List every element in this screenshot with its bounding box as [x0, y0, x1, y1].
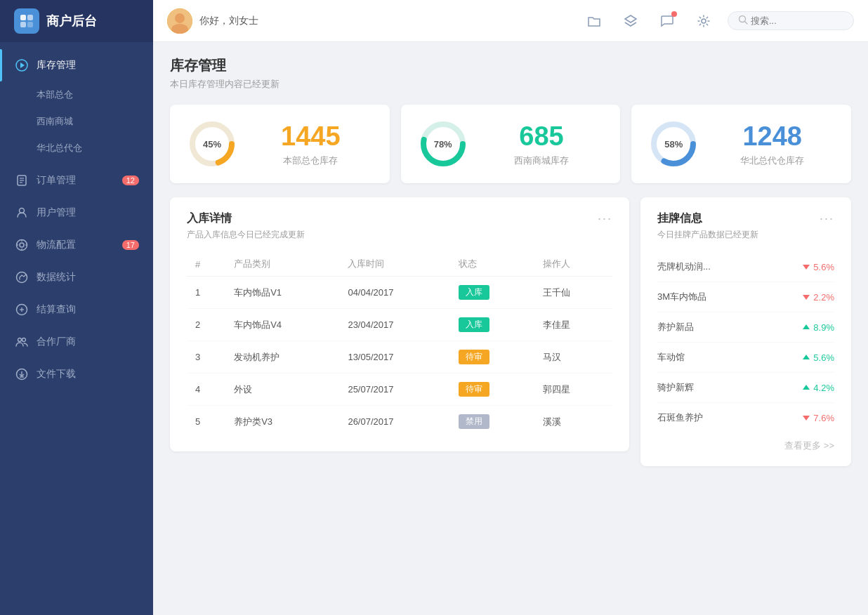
cell-no: 1: [187, 277, 225, 309]
sidebar-item-partners[interactable]: 合作厂商: [0, 326, 153, 358]
search-input[interactable]: [751, 15, 849, 26]
sidebar-item-logistics[interactable]: 物流配置 17: [0, 229, 153, 261]
logistics-badge: 17: [122, 240, 139, 250]
svg-marker-40: [803, 295, 810, 300]
inbound-section: 入库详情 产品入库信息今日已经完成更新 ··· # 产品类别 入库时间 状态: [170, 197, 629, 466]
cell-operator: 王千仙: [534, 277, 612, 309]
svg-marker-43: [803, 385, 810, 390]
signboard-title: 挂牌信息: [657, 211, 758, 226]
table-row: 1 车内饰品V1 04/04/2017 入库 王千仙: [187, 277, 612, 309]
stat-desc-southwest: 西南商城库存: [480, 154, 604, 167]
cell-operator: 溪溪: [534, 406, 612, 438]
cell-time: 26/07/2017: [339, 406, 449, 438]
search-box[interactable]: [728, 11, 854, 30]
board-item-name: 骑护新辉: [657, 381, 802, 394]
sidebar-item-main-warehouse[interactable]: 本部总仓: [0, 81, 153, 108]
table-header-row: # 产品类别 入库时间 状态 操作人: [187, 252, 612, 277]
donut-north-label: 58%: [664, 139, 683, 150]
sidebar-item-statistics[interactable]: 数据统计: [0, 261, 153, 293]
board-item-trend: 5.6%: [802, 262, 834, 272]
svg-point-22: [22, 338, 26, 342]
svg-point-21: [18, 338, 22, 342]
cell-status: 待审: [450, 373, 534, 406]
cell-category: 养护类V3: [225, 406, 339, 438]
list-item: 养护新品 8.9%: [657, 312, 834, 343]
stat-card-main-warehouse: 45% 1445 本部总仓库存: [170, 105, 390, 183]
cell-status: 禁用: [450, 406, 534, 438]
sidebar-item-billing[interactable]: 结算查询: [0, 293, 153, 326]
header-greeting: 你好，刘女士: [167, 8, 581, 34]
list-item: 骑护新辉 4.2%: [657, 373, 834, 403]
svg-point-12: [20, 243, 24, 247]
stat-number-main: 1445: [249, 121, 373, 152]
folder-button[interactable]: [581, 8, 607, 34]
cell-status: 入库: [450, 277, 534, 309]
table-row: 4 外设 25/07/2017 待审 郭四星: [187, 373, 612, 406]
signboard-more-link[interactable]: 查看更多 >>: [657, 439, 834, 452]
logistics-icon: [14, 237, 29, 253]
app-name: 商户后台: [46, 13, 97, 29]
stat-desc-main: 本部总仓库存: [249, 154, 373, 167]
stat-number-southwest: 685: [480, 121, 604, 152]
search-icon: [738, 15, 748, 27]
main-warehouse-label: 本部总仓: [37, 88, 73, 101]
cell-category: 车内饰品V1: [225, 277, 339, 309]
signboard-more-button[interactable]: ···: [820, 211, 834, 226]
inbound-more-button[interactable]: ···: [598, 211, 612, 226]
sidebar-logo: 商户后台: [0, 0, 153, 42]
sidebar-item-inventory[interactable]: 库存管理: [0, 49, 153, 81]
board-item-trend: 8.9%: [802, 322, 834, 333]
sidebar-item-orders[interactable]: 订单管理 12: [0, 164, 153, 197]
board-item-name: 石斑鱼养护: [657, 411, 802, 424]
list-item: 3M车内饰品 2.2%: [657, 282, 834, 312]
signboard-subtitle: 今日挂牌产品数据已经更新: [657, 229, 758, 241]
north-warehouse-label: 华北总代仓: [37, 142, 82, 154]
messages-button[interactable]: [655, 8, 680, 34]
settings-button[interactable]: [691, 8, 716, 34]
cell-operator: 李佳星: [534, 309, 612, 341]
sidebar-item-downloads[interactable]: 文件下载: [0, 358, 153, 390]
avatar: [167, 8, 192, 34]
sidebar: 商户后台 库存管理 本部总仓 西南商城 华北总代仓: [0, 0, 153, 615]
svg-rect-1: [27, 15, 33, 20]
users-icon: [14, 205, 29, 220]
donut-main: 45%: [187, 119, 237, 169]
table-row: 3 发动机养护 13/05/2017 待审 马汉: [187, 341, 612, 373]
sidebar-item-users[interactable]: 用户管理: [0, 197, 153, 229]
stat-desc-north: 华北总代仓库存: [710, 154, 834, 167]
users-label: 用户管理: [37, 206, 76, 219]
inbound-card-titles: 入库详情 产品入库信息今日已经完成更新: [187, 211, 305, 241]
board-item-trend: 2.2%: [802, 292, 834, 303]
stats-row: 45% 1445 本部总仓库存 78% 685 西南: [170, 105, 851, 183]
board-item-name: 壳牌机动润...: [657, 260, 802, 273]
nav-section-inventory: 库存管理 本部总仓 西南商城 华北总代仓: [0, 49, 153, 161]
donut-southwest-label: 78%: [434, 139, 452, 150]
sidebar-item-southwest-mall[interactable]: 西南商城: [0, 108, 153, 135]
stat-info-main: 1445 本部总仓库存: [249, 121, 373, 167]
orders-badge: 12: [122, 176, 139, 185]
board-item-trend: 4.2%: [802, 383, 834, 393]
partners-icon: [14, 334, 29, 350]
status-badge: 待审: [459, 350, 489, 364]
col-header-category: 产品类别: [225, 252, 339, 277]
donut-southwest: 78%: [418, 119, 468, 169]
page-content: 库存管理 本日库存管理内容已经更新 45% 1445 本部总仓库存: [153, 42, 868, 615]
stat-card-southwest: 78% 685 西南商城库存: [401, 105, 621, 183]
svg-rect-3: [27, 22, 33, 27]
svg-marker-5: [20, 62, 25, 68]
header: 你好，刘女士: [153, 0, 868, 42]
header-username: 你好，刘女士: [199, 15, 258, 27]
cell-time: 13/05/2017: [339, 341, 449, 373]
messages-badge: [671, 11, 677, 17]
list-item: 车动馆 5.6%: [657, 343, 834, 373]
southwest-mall-label: 西南商城: [37, 115, 73, 128]
cell-status: 入库: [450, 309, 534, 341]
sidebar-item-north-warehouse[interactable]: 华北总代仓: [0, 135, 153, 161]
orders-label: 订单管理: [37, 174, 76, 187]
layers-button[interactable]: [618, 8, 643, 34]
table-row: 2 车内饰品V4 23/04/2017 入库 李佳星: [187, 309, 612, 341]
downloads-icon: [14, 366, 29, 382]
col-header-no: #: [187, 252, 225, 277]
svg-marker-41: [803, 324, 810, 329]
svg-point-30: [702, 19, 706, 23]
